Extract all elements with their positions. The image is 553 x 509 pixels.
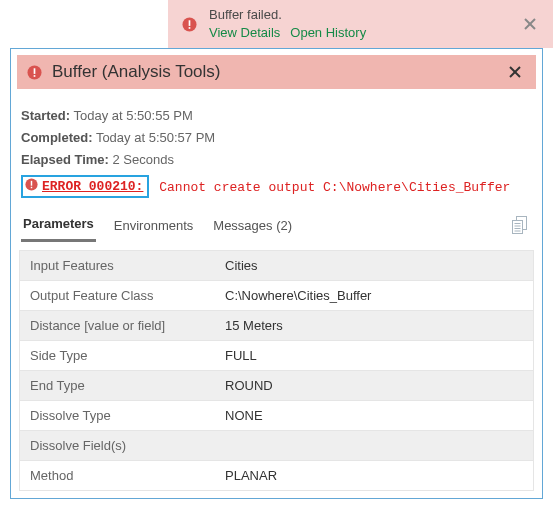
table-row: Dissolve Field(s) <box>20 431 533 461</box>
param-key: Dissolve Type <box>20 401 215 430</box>
param-key: Input Features <box>20 251 215 280</box>
notification-title: Buffer failed. <box>209 6 517 24</box>
close-icon[interactable] <box>517 11 543 37</box>
param-key: Output Feature Class <box>20 281 215 310</box>
param-key: Dissolve Field(s) <box>20 431 215 460</box>
error-icon <box>182 17 197 32</box>
view-details-link[interactable]: View Details <box>209 24 280 42</box>
completed-value: Today at 5:50:57 PM <box>96 130 215 145</box>
tabs: Parameters Environments Messages (2) <box>11 206 542 242</box>
tab-environments[interactable]: Environments <box>112 212 195 241</box>
param-key: End Type <box>20 371 215 400</box>
table-row: Dissolve TypeNONE <box>20 401 533 431</box>
param-value: Cities <box>215 251 533 280</box>
param-value: NONE <box>215 401 533 430</box>
error-message: Cannot create output C:\Nowhere\Cities_B… <box>159 180 510 195</box>
error-line: ERROR 000210: Cannot create output C:\No… <box>11 175 542 206</box>
tab-messages[interactable]: Messages (2) <box>211 212 294 241</box>
panel-header: Buffer (Analysis Tools) <box>17 55 536 89</box>
svg-rect-14 <box>513 220 523 233</box>
close-icon[interactable] <box>504 61 526 83</box>
started-value: Today at 5:50:55 PM <box>74 108 193 123</box>
table-row: MethodPLANAR <box>20 461 533 491</box>
run-metadata: Started: Today at 5:50:55 PM Completed: … <box>11 95 542 175</box>
param-value <box>215 431 533 460</box>
failure-notification: Buffer failed. View Details Open History <box>168 0 553 48</box>
table-row: Output Feature ClassC:\Nowhere\Cities_Bu… <box>20 281 533 311</box>
param-value: PLANAR <box>215 461 533 490</box>
param-value: C:\Nowhere\Cities_Buffer <box>215 281 533 310</box>
svg-rect-2 <box>189 27 191 29</box>
started-label: Started: <box>21 108 70 123</box>
param-value: ROUND <box>215 371 533 400</box>
param-key: Side Type <box>20 341 215 370</box>
elapsed-value: 2 Seconds <box>113 152 174 167</box>
elapsed-label: Elapsed Time: <box>21 152 109 167</box>
error-code-link[interactable]: ERROR 000210: <box>42 179 143 194</box>
table-row: Distance [value or field]15 Meters <box>20 311 533 341</box>
svg-rect-11 <box>31 181 32 186</box>
param-value: FULL <box>215 341 533 370</box>
param-value: 15 Meters <box>215 311 533 340</box>
table-row: Side TypeFULL <box>20 341 533 371</box>
open-history-link[interactable]: Open History <box>290 24 366 42</box>
tab-parameters[interactable]: Parameters <box>21 210 96 242</box>
parameters-table: Input FeaturesCitiesOutput Feature Class… <box>19 250 534 491</box>
table-row: End TypeROUND <box>20 371 533 401</box>
svg-rect-7 <box>34 75 36 77</box>
panel-title: Buffer (Analysis Tools) <box>52 62 504 82</box>
svg-rect-1 <box>189 20 191 26</box>
completed-label: Completed: <box>21 130 93 145</box>
svg-rect-6 <box>34 68 36 74</box>
table-row: Input FeaturesCities <box>20 251 533 281</box>
svg-rect-12 <box>31 187 32 188</box>
error-icon <box>27 65 42 80</box>
error-icon <box>25 178 38 195</box>
param-key: Distance [value or field] <box>20 311 215 340</box>
copy-icon[interactable] <box>508 212 532 241</box>
param-key: Method <box>20 461 215 490</box>
error-code-box: ERROR 000210: <box>21 175 149 198</box>
result-panel: Buffer (Analysis Tools) Started: Today a… <box>10 48 543 499</box>
